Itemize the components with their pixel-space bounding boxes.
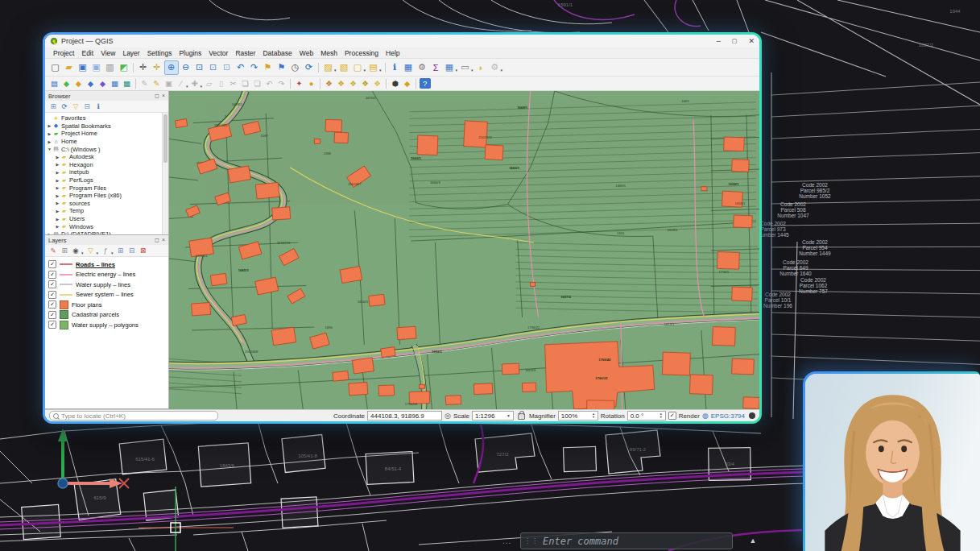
lock-scale-icon[interactable] xyxy=(518,413,525,420)
browser-item-c-windows[interactable]: ▼▤C:\ (Windows ) xyxy=(47,145,168,153)
expander-icon[interactable]: ▶ xyxy=(55,224,60,229)
maximize-button[interactable]: ▢ xyxy=(732,38,738,44)
plugin-tool-3-icon[interactable]: ❖ xyxy=(348,78,359,89)
expander-icon[interactable]: ▶ xyxy=(47,139,52,144)
plugin-geoprocessing-icon[interactable]: ✦ xyxy=(294,78,305,89)
digitize-line-icon[interactable]: ∕ xyxy=(176,78,187,89)
menu-web[interactable]: Web xyxy=(296,48,316,58)
expander-icon[interactable]: ▶ xyxy=(47,232,52,234)
layers-close-icon[interactable]: × xyxy=(162,237,165,243)
scale-combobox[interactable]: 1:1296▼ xyxy=(472,411,514,420)
zoom-out-icon[interactable]: ⊖ xyxy=(180,61,192,74)
coordinate-input[interactable]: 444108.3, 91896.9 xyxy=(367,411,442,420)
layer-item-sewer-system-lines[interactable]: ✓Sewer system – lines xyxy=(48,290,168,300)
layer-visibility-checkbox[interactable]: ✓ xyxy=(48,271,56,279)
menu-project[interactable]: Project xyxy=(50,48,77,58)
expander-icon[interactable]: ▶ xyxy=(55,185,60,190)
identify-features-icon[interactable]: ℹ xyxy=(388,61,401,74)
add-wms-layer-icon[interactable]: ▦ xyxy=(110,78,121,89)
browser-item-d-datadrive1[interactable]: ▶▤D:\ (DATADRIVE1) xyxy=(47,230,168,234)
add-selected-layer-icon[interactable]: ⊞ xyxy=(48,102,58,111)
layer-item-roads-lines[interactable]: ✓Roads – lines xyxy=(48,259,168,270)
redo-icon[interactable]: ↷ xyxy=(276,78,287,89)
expander-icon[interactable]: ▶ xyxy=(55,178,60,183)
browser-item-hexagon[interactable]: ▶▰Hexagon xyxy=(47,161,168,169)
browser-item-temp[interactable]: ▶▰Temp xyxy=(47,207,168,215)
browser-item-home[interactable]: ▶⌂Home xyxy=(47,138,168,146)
filter-by-expression-dropdown-caret[interactable]: ▾ xyxy=(111,251,114,255)
plugin-tool-4-icon[interactable]: ❖ xyxy=(360,78,371,89)
add-wfs-layer-icon[interactable]: ▦ xyxy=(122,78,133,89)
paste-features-icon[interactable]: ❏ xyxy=(252,78,263,89)
plugin-tool-1-icon[interactable]: ❖ xyxy=(324,78,335,89)
menu-help[interactable]: Help xyxy=(382,48,403,58)
filter-legend-dropdown-caret[interactable]: ▾ xyxy=(97,251,99,255)
add-mesh-layer-icon[interactable]: ◆ xyxy=(85,78,97,89)
layer-item-water-supply-lines[interactable]: ✓Water supply – lines xyxy=(48,280,168,290)
expander-icon[interactable]: ▼ xyxy=(47,147,52,151)
refresh-map-icon[interactable]: ⟳ xyxy=(303,61,316,74)
browser-scrollbar[interactable] xyxy=(162,113,168,234)
expand-all-icon[interactable]: ⊞ xyxy=(116,246,126,255)
open-layer-styling-icon[interactable]: ✎ xyxy=(48,246,58,255)
filter-browser-icon[interactable]: ▽ xyxy=(71,102,81,111)
manage-map-themes-dropdown-caret[interactable]: ▾ xyxy=(81,251,84,255)
plugin-tool-5-icon[interactable]: ❖ xyxy=(372,78,383,89)
new-project-icon[interactable]: ▢ xyxy=(49,61,62,74)
layer-visibility-checkbox[interactable]: ✓ xyxy=(48,311,56,319)
render-checkbox[interactable]: ✓ xyxy=(668,412,676,420)
menu-mesh[interactable]: Mesh xyxy=(317,48,341,58)
browser-item-perflogs[interactable]: ▶▰PerfLogs xyxy=(47,176,168,184)
browser-item-autodesk[interactable]: ▶▰Autodesk xyxy=(47,153,168,161)
add-group-icon[interactable]: ⊞ xyxy=(60,246,69,255)
add-point-cloud-layer-icon[interactable]: ◆ xyxy=(97,78,109,89)
layer-visibility-checkbox[interactable]: ✓ xyxy=(48,321,56,329)
layer-visibility-checkbox[interactable]: ✓ xyxy=(48,260,56,268)
browser-close-icon[interactable]: × xyxy=(162,93,165,99)
measure-icon[interactable]: ▭ xyxy=(459,61,472,74)
expander-icon[interactable]: ▶ xyxy=(55,155,60,160)
browser-item-program-files[interactable]: ▶▰Program Files xyxy=(47,184,168,192)
menu-processing[interactable]: Processing xyxy=(341,48,382,58)
data-source-manager-icon[interactable]: ▤ xyxy=(49,78,60,89)
expander-icon[interactable]: ▶ xyxy=(55,217,60,222)
modify-attributes-icon[interactable]: ▱ xyxy=(204,78,215,89)
messages-button[interactable] xyxy=(749,412,755,419)
map-tips-icon[interactable]: ◗ xyxy=(474,61,487,74)
browser-item-project-home[interactable]: ▶▰Project Home xyxy=(47,130,168,138)
options-icon[interactable]: ⚙ xyxy=(416,61,428,74)
select-by-expression-icon[interactable]: ▧ xyxy=(337,61,350,74)
expander-icon[interactable]: ▶ xyxy=(55,162,60,167)
vertex-tool-icon[interactable]: ✚ xyxy=(189,78,201,89)
open-table-icon[interactable]: ▦ xyxy=(443,61,456,74)
current-edits-icon[interactable]: ▣ xyxy=(163,78,175,89)
browser-item-spatial-bookmarks[interactable]: ▶◆Spatial Bookmarks xyxy=(47,122,168,130)
close-button[interactable]: ✕ xyxy=(748,37,755,45)
browser-item-sources[interactable]: ▶▰sources xyxy=(47,200,168,208)
undo-icon[interactable]: ↶ xyxy=(264,78,275,89)
menu-raster[interactable]: Raster xyxy=(232,48,258,58)
save-layer-edits-icon[interactable]: ✎ xyxy=(151,78,163,89)
select-features-icon[interactable]: ▨ xyxy=(322,61,335,74)
zoom-next-icon[interactable]: ↷ xyxy=(248,61,261,74)
filter-by-expression-icon[interactable]: ƒ xyxy=(101,246,110,255)
browser-item-program-files-x86[interactable]: ▶▰Program Files (x86) xyxy=(47,192,168,200)
extent-toggle-icon[interactable]: ◎ xyxy=(445,412,451,420)
style-manager-icon[interactable]: ◩ xyxy=(118,61,130,74)
collapse-all-icon[interactable]: ⊟ xyxy=(82,102,92,111)
new-bookmark-icon[interactable]: ⚑ xyxy=(262,61,275,74)
show-bookmarks-icon[interactable]: ⚑ xyxy=(275,61,288,74)
menu-view[interactable]: View xyxy=(97,48,118,58)
rotation-spinbox[interactable]: 0.0 ° ▲▼ xyxy=(627,411,666,420)
processing-history-icon[interactable]: ⚙ xyxy=(488,61,501,74)
select-by-form-icon[interactable]: ▤ xyxy=(367,61,380,74)
browser-item-users[interactable]: ▶▰Users xyxy=(47,215,168,223)
zoom-last-icon[interactable]: ↶ xyxy=(234,61,247,74)
processing-toolbox-icon[interactable]: ⬢ xyxy=(390,78,401,89)
expander-icon[interactable]: ▶ xyxy=(47,123,52,128)
layer-visibility-checkbox[interactable]: ✓ xyxy=(48,280,56,288)
zoom-in-icon[interactable]: ⊕ xyxy=(164,60,179,75)
pan-map-icon[interactable]: ✛ xyxy=(137,61,150,74)
plugin-tool-2-icon[interactable]: ❖ xyxy=(336,78,347,89)
delete-selected-icon[interactable]: ▯ xyxy=(216,78,227,89)
